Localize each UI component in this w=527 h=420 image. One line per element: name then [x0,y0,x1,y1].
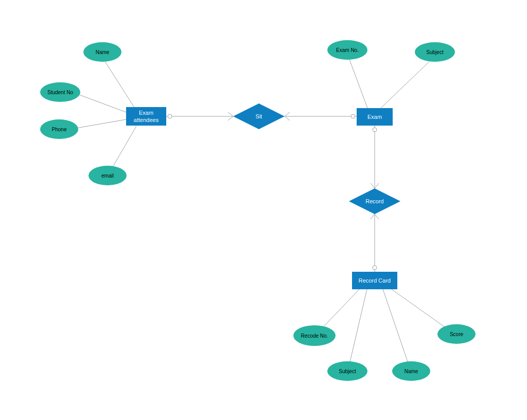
connector-lines [0,0,527,420]
entity-label: Record Card [359,277,391,284]
svg-line-8 [348,57,367,108]
relationship-record: Record [349,188,400,214]
svg-point-11 [373,128,377,132]
attr-name-record: Name [392,361,430,381]
entity-label: Exam [367,113,382,120]
svg-point-5 [168,114,172,118]
attr-label: Recode No. [301,333,328,339]
attr-subject-exam: Subject [415,42,455,62]
attr-recode-no: Recode No. [293,325,336,346]
attr-label: Name [96,49,110,55]
svg-line-9 [381,58,433,108]
attr-score: Score [437,324,476,344]
attr-label: Phone [52,127,67,132]
attr-phone: Phone [40,119,78,139]
svg-line-15 [348,289,367,371]
entity-exam-attendees: Exam attendees [126,107,166,126]
attr-label: Student No [47,90,73,95]
attr-label: Subject [339,369,356,374]
attr-subject-record: Subject [327,361,367,381]
svg-point-13 [373,266,377,270]
attr-student-no: Student No [40,82,80,102]
relationship-label: Record [365,198,383,204]
relationship-sit: Sit [233,103,285,129]
attr-label: Subject [426,49,443,55]
svg-line-16 [383,289,411,371]
svg-point-7 [351,114,355,118]
attr-label: Exam No. [336,47,359,53]
entity-label: Exam attendees [126,109,166,124]
svg-line-2 [73,119,126,129]
svg-line-0 [102,57,136,111]
attr-exam-no: Exam No. [327,40,367,60]
attr-label: email [101,173,114,179]
attr-label: Name [405,369,418,374]
attr-email: email [89,166,127,185]
attr-name: Name [83,42,121,62]
attr-label: Score [450,331,463,337]
relationship-label: Sit [256,113,262,119]
svg-line-1 [74,93,126,112]
entity-exam: Exam [357,108,393,126]
entity-record-card: Record Card [352,272,397,289]
